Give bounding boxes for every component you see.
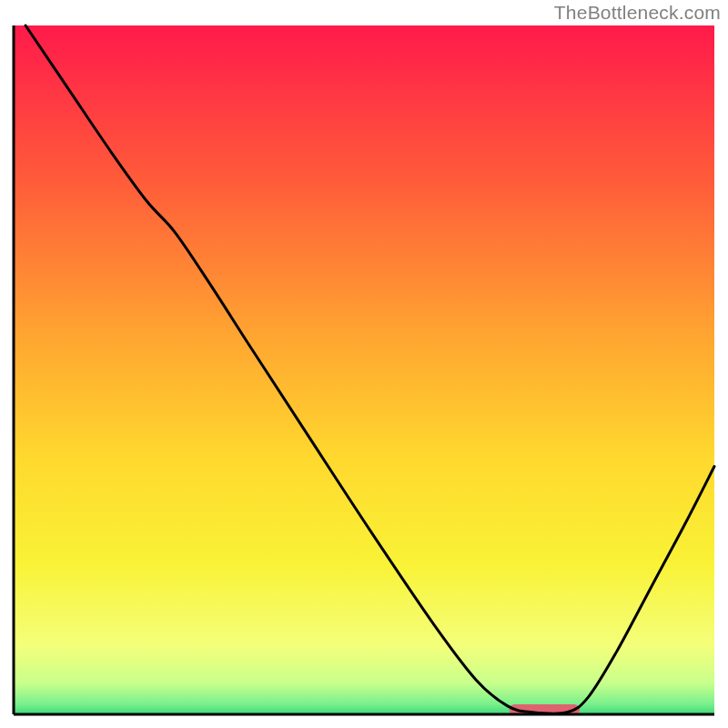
bottleneck-chart bbox=[0, 0, 728, 728]
watermark-text: TheBottleneck.com bbox=[554, 2, 721, 24]
chart-container: TheBottleneck.com bbox=[0, 0, 728, 728]
gradient-background bbox=[14, 25, 714, 714]
